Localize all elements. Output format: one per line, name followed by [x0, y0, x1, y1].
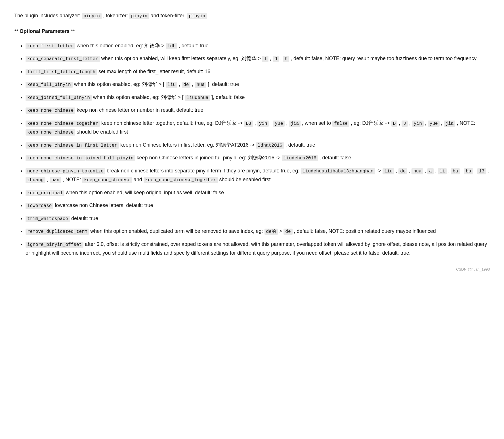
inline-code: keep_none_chinese — [82, 177, 132, 183]
inline-code: ba — [451, 168, 460, 174]
inline-code: yue — [428, 121, 440, 127]
inline-code: yue — [273, 121, 285, 127]
inline-code: ba — [464, 168, 473, 174]
list-item: limit_first_letter_length set max length… — [26, 67, 490, 76]
param-code: none_chinese_pinyin_tokenize — [26, 168, 105, 174]
param-code: keep_none_chinese — [26, 107, 75, 114]
inline-code: de — [398, 168, 407, 174]
inline-code: hua — [411, 168, 423, 174]
list-item: lowercase lowercase non Chinese letters,… — [26, 201, 490, 210]
footer-credit: CSDN @huan_1993 — [14, 266, 490, 273]
param-code: lowercase — [26, 203, 53, 209]
tokenizer-code: pinyin — [129, 13, 149, 19]
inline-code: liu — [166, 82, 177, 88]
param-code: keep_original — [26, 190, 64, 196]
param-code: keep_joined_full_pinyin — [26, 95, 92, 101]
inline-code: zhuang — [26, 177, 45, 183]
param-code: keep_first_letter — [26, 43, 75, 49]
inline-code: de — [182, 82, 190, 88]
inline-code: hua — [195, 82, 206, 88]
param-code: ignore_pinyin_offset — [26, 242, 83, 248]
inline-code: J — [402, 121, 408, 127]
inline-code: a — [427, 168, 434, 174]
inline-code: li — [438, 168, 447, 174]
list-item: keep_first_letter when this option enabl… — [26, 41, 490, 50]
inline-code: h — [283, 56, 289, 62]
list-item: remove_duplicated_term when this option … — [26, 227, 490, 236]
inline-code: han — [50, 177, 61, 183]
inline-code: 13 — [477, 168, 486, 174]
inline-code: liu — [383, 168, 394, 174]
inline-code: liudehua — [185, 95, 210, 101]
inline-code: ldh — [166, 43, 177, 49]
inline-code: jia — [444, 121, 455, 127]
inline-code: de — [284, 229, 292, 235]
inline-code: keep_none_chinese_together — [144, 177, 218, 183]
list-item: trim_whitespace default: true — [26, 214, 490, 223]
param-code: limit_first_letter_length — [26, 69, 97, 75]
inline-code: de的 — [264, 229, 278, 235]
inline-code: yin — [257, 121, 269, 127]
list-item: keep_none_chinese_together keep non chin… — [26, 119, 490, 137]
inline-code: liudehuaalibaba13zhuanghan — [301, 168, 375, 174]
param-code: trim_whitespace — [26, 216, 70, 222]
optional-parameters-header: ** Optional Parameters ** — [14, 27, 490, 36]
inline-code: d — [273, 56, 279, 62]
param-code: remove_duplicated_term — [26, 229, 89, 235]
inline-code: keep_none_chinese — [26, 129, 75, 136]
list-item: keep_joined_full_pinyin when this option… — [26, 93, 490, 102]
list-item: keep_separate_first_letter when this opt… — [26, 54, 490, 63]
list-item: keep_none_chinese_in_joined_full_pinyin … — [26, 153, 490, 162]
inline-code: false — [332, 121, 349, 127]
list-item: keep_none_chinese keep non chinese lette… — [26, 106, 490, 115]
param-code: keep_separate_first_letter — [26, 56, 100, 62]
list-item: none_chinese_pinyin_tokenize break non c… — [26, 166, 490, 184]
inline-code: liudehua2016 — [282, 155, 318, 161]
list-item: keep_full_pinyin when this option enable… — [26, 80, 490, 89]
list-item: keep_none_chinese_in_first_letter keep n… — [26, 141, 490, 150]
list-item: ignore_pinyin_offset after 6.0, offset i… — [26, 240, 490, 258]
token-filter-code: pinyin — [187, 13, 207, 19]
param-code: keep_none_chinese_together — [26, 121, 100, 127]
list-item: keep_original when this option enabled, … — [26, 188, 490, 197]
inline-code: l — [262, 56, 268, 62]
param-code: keep_full_pinyin — [26, 82, 73, 88]
parameters-list: keep_first_letter when this option enabl… — [14, 41, 490, 258]
inline-code: D — [391, 121, 398, 127]
param-code: keep_none_chinese_in_first_letter — [26, 142, 119, 149]
inline-code: jia — [289, 121, 301, 127]
analyzer-code: pinyin — [82, 13, 102, 19]
param-code: keep_none_chinese_in_joined_full_pinyin — [26, 155, 135, 161]
inline-code: ldhat2016 — [256, 142, 284, 149]
inline-code: DJ — [244, 121, 253, 127]
inline-code: yin — [412, 121, 424, 127]
intro-line: The plugin includes analyzer: pinyin , t… — [14, 11, 490, 20]
